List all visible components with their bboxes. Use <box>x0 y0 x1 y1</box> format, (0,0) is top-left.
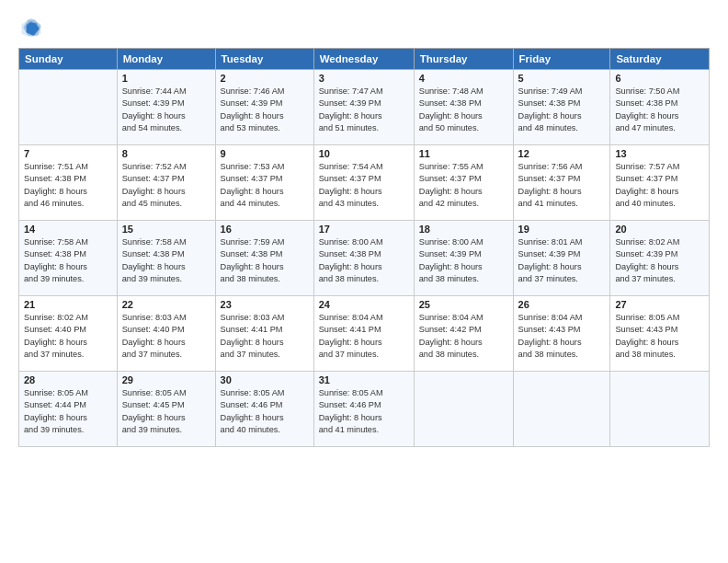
daylight-text: Daylight: 8 hoursand 47 minutes. <box>615 111 678 132</box>
sunrise-text: Sunrise: 7:48 AM <box>419 86 483 96</box>
page: SundayMondayTuesdayWednesdayThursdayFrid… <box>0 0 728 563</box>
sunrise-text: Sunrise: 8:05 AM <box>221 388 285 397</box>
daylight-text: Daylight: 8 hoursand 37 minutes. <box>24 338 87 359</box>
sunrise-text: Sunrise: 7:55 AM <box>419 162 483 171</box>
day-number: 8 <box>122 148 210 159</box>
weekday-header-sunday: Sunday <box>19 49 118 70</box>
day-number: 3 <box>319 73 409 84</box>
logo-icon <box>18 15 44 40</box>
calendar-cell: 28Sunrise: 8:05 AMSunset: 4:44 PMDayligh… <box>19 372 118 447</box>
day-number: 22 <box>122 299 210 310</box>
day-number: 28 <box>24 374 112 385</box>
sunrise-text: Sunrise: 8:01 AM <box>518 237 583 247</box>
daylight-text: Daylight: 8 hoursand 37 minutes. <box>122 338 186 359</box>
calendar-cell <box>513 372 610 447</box>
sunset-text: Sunset: 4:41 PM <box>221 325 283 334</box>
day-number: 18 <box>419 224 508 235</box>
sunrise-text: Sunrise: 7:50 AM <box>615 86 679 96</box>
day-number: 15 <box>122 224 210 235</box>
sunrise-text: Sunrise: 7:57 AM <box>615 162 679 171</box>
sunrise-text: Sunrise: 7:58 AM <box>24 237 88 247</box>
sunset-text: Sunset: 4:38 PM <box>419 98 482 108</box>
daylight-text: Daylight: 8 hoursand 39 minutes. <box>122 262 186 283</box>
calendar-cell: 12Sunrise: 7:56 AMSunset: 4:37 PMDayligh… <box>513 145 610 221</box>
day-number: 12 <box>518 148 606 159</box>
day-info: Sunrise: 7:47 AMSunset: 4:39 PMDaylight:… <box>319 86 409 134</box>
sunset-text: Sunset: 4:43 PM <box>615 325 677 334</box>
daylight-text: Daylight: 8 hoursand 43 minutes. <box>319 187 382 208</box>
sunrise-text: Sunrise: 7:51 AM <box>24 162 88 171</box>
calendar-cell: 14Sunrise: 7:58 AMSunset: 4:38 PMDayligh… <box>19 221 118 296</box>
day-info: Sunrise: 7:50 AMSunset: 4:38 PMDaylight:… <box>615 86 704 134</box>
week-row-5: 28Sunrise: 8:05 AMSunset: 4:44 PMDayligh… <box>19 372 710 447</box>
daylight-text: Daylight: 8 hoursand 51 minutes. <box>319 111 382 132</box>
sunset-text: Sunset: 4:37 PM <box>221 174 283 183</box>
calendar-cell: 21Sunrise: 8:02 AMSunset: 4:40 PMDayligh… <box>19 296 118 372</box>
calendar-cell: 23Sunrise: 8:03 AMSunset: 4:41 PMDayligh… <box>215 296 313 372</box>
sunrise-text: Sunrise: 7:47 AM <box>319 86 383 96</box>
weekday-header-row: SundayMondayTuesdayWednesdayThursdayFrid… <box>19 49 710 70</box>
daylight-text: Daylight: 8 hoursand 38 minutes. <box>419 262 483 283</box>
sunset-text: Sunset: 4:38 PM <box>615 98 677 108</box>
day-info: Sunrise: 8:01 AMSunset: 4:39 PMDaylight:… <box>518 236 606 285</box>
calendar-table: SundayMondayTuesdayWednesdayThursdayFrid… <box>18 48 710 447</box>
sunrise-text: Sunrise: 7:49 AM <box>518 86 583 96</box>
sunset-text: Sunset: 4:38 PM <box>24 249 86 259</box>
calendar-cell: 25Sunrise: 8:04 AMSunset: 4:42 PMDayligh… <box>414 296 513 372</box>
sunset-text: Sunset: 4:38 PM <box>221 249 283 259</box>
daylight-text: Daylight: 8 hoursand 38 minutes. <box>518 338 582 359</box>
sunrise-text: Sunrise: 7:56 AM <box>518 162 583 171</box>
sunset-text: Sunset: 4:39 PM <box>615 249 677 259</box>
sunrise-text: Sunrise: 8:04 AM <box>319 313 383 322</box>
daylight-text: Daylight: 8 hoursand 40 minutes. <box>221 413 284 434</box>
sunrise-text: Sunrise: 7:59 AM <box>221 237 285 247</box>
daylight-text: Daylight: 8 hoursand 46 minutes. <box>24 187 87 208</box>
day-number: 11 <box>419 148 508 159</box>
calendar-cell: 8Sunrise: 7:52 AMSunset: 4:37 PMDaylight… <box>117 145 215 221</box>
day-info: Sunrise: 7:54 AMSunset: 4:37 PMDaylight:… <box>319 161 409 210</box>
daylight-text: Daylight: 8 hoursand 45 minutes. <box>122 187 186 208</box>
weekday-header-thursday: Thursday <box>414 49 513 70</box>
day-number: 20 <box>615 224 704 235</box>
day-number: 29 <box>122 374 210 385</box>
day-number: 25 <box>419 299 508 310</box>
day-info: Sunrise: 8:00 AMSunset: 4:38 PMDaylight:… <box>319 236 409 285</box>
sunset-text: Sunset: 4:39 PM <box>122 98 185 108</box>
day-number: 16 <box>221 224 309 235</box>
day-info: Sunrise: 8:02 AMSunset: 4:40 PMDaylight:… <box>24 312 112 361</box>
weekday-header-saturday: Saturday <box>610 49 710 70</box>
calendar-cell: 1Sunrise: 7:44 AMSunset: 4:39 PMDaylight… <box>117 70 215 145</box>
sunset-text: Sunset: 4:42 PM <box>419 325 482 334</box>
sunset-text: Sunset: 4:45 PM <box>122 400 185 409</box>
sunset-text: Sunset: 4:46 PM <box>319 400 381 409</box>
daylight-text: Daylight: 8 hoursand 48 minutes. <box>518 111 582 132</box>
calendar-cell: 26Sunrise: 8:04 AMSunset: 4:43 PMDayligh… <box>513 296 610 372</box>
day-number: 4 <box>419 73 508 84</box>
sunset-text: Sunset: 4:37 PM <box>319 174 381 183</box>
sunrise-text: Sunrise: 7:53 AM <box>221 162 285 171</box>
daylight-text: Daylight: 8 hoursand 37 minutes. <box>319 338 382 359</box>
sunrise-text: Sunrise: 8:05 AM <box>24 388 88 397</box>
week-row-2: 7Sunrise: 7:51 AMSunset: 4:38 PMDaylight… <box>19 145 710 221</box>
calendar-cell: 19Sunrise: 8:01 AMSunset: 4:39 PMDayligh… <box>513 221 610 296</box>
daylight-text: Daylight: 8 hoursand 37 minutes. <box>221 338 284 359</box>
calendar-cell <box>19 70 118 145</box>
sunset-text: Sunset: 4:38 PM <box>24 174 86 183</box>
day-info: Sunrise: 8:05 AMSunset: 4:43 PMDaylight:… <box>615 312 704 361</box>
daylight-text: Daylight: 8 hoursand 41 minutes. <box>319 413 382 434</box>
day-info: Sunrise: 8:05 AMSunset: 4:45 PMDaylight:… <box>122 387 210 436</box>
calendar-cell: 17Sunrise: 8:00 AMSunset: 4:38 PMDayligh… <box>313 221 414 296</box>
day-info: Sunrise: 7:58 AMSunset: 4:38 PMDaylight:… <box>24 236 112 285</box>
sunset-text: Sunset: 4:41 PM <box>319 325 381 334</box>
sunrise-text: Sunrise: 8:02 AM <box>615 237 679 247</box>
weekday-header-tuesday: Tuesday <box>215 49 313 70</box>
day-number: 19 <box>518 224 606 235</box>
day-info: Sunrise: 8:05 AMSunset: 4:44 PMDaylight:… <box>24 387 112 436</box>
sunset-text: Sunset: 4:43 PM <box>518 325 581 334</box>
day-info: Sunrise: 7:46 AMSunset: 4:39 PMDaylight:… <box>221 86 309 134</box>
calendar-cell: 22Sunrise: 8:03 AMSunset: 4:40 PMDayligh… <box>117 296 215 372</box>
calendar-cell: 7Sunrise: 7:51 AMSunset: 4:38 PMDaylight… <box>19 145 118 221</box>
week-row-4: 21Sunrise: 8:02 AMSunset: 4:40 PMDayligh… <box>19 296 710 372</box>
day-number: 1 <box>122 73 210 84</box>
sunset-text: Sunset: 4:38 PM <box>319 249 381 259</box>
